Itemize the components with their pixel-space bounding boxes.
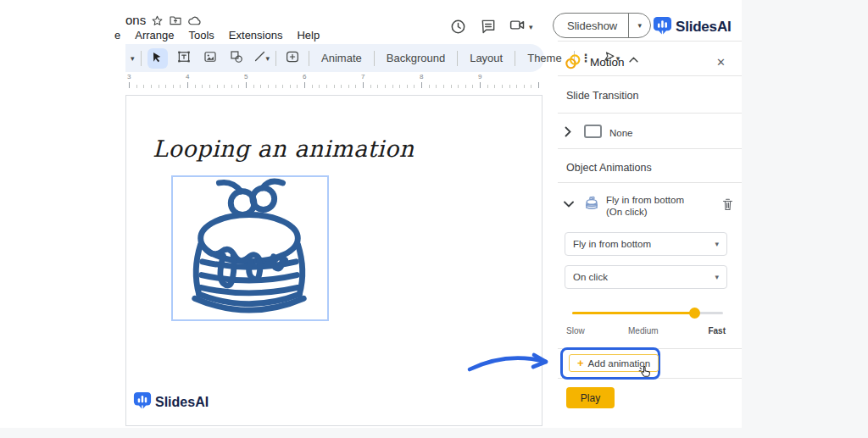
menu-item-partial[interactable]: e bbox=[113, 28, 122, 42]
panel-title: Motion bbox=[590, 56, 625, 69]
ruler-tick bbox=[377, 85, 378, 88]
chevron-right-icon[interactable] bbox=[562, 125, 574, 137]
text-box-tool-button[interactable] bbox=[174, 48, 194, 69]
ruler-tick bbox=[334, 85, 335, 88]
slideshow-button-group: Slideshow ▾ bbox=[553, 13, 651, 38]
ruler-tick bbox=[407, 85, 408, 88]
ruler-tick bbox=[260, 85, 261, 88]
animation-name[interactable]: Fly in from bottom bbox=[606, 194, 684, 206]
pancake-image-selection[interactable] bbox=[171, 175, 329, 321]
cursor-arrow-icon bbox=[151, 50, 164, 67]
ruler-number: 3 bbox=[127, 73, 131, 80]
ruler-tick bbox=[231, 85, 232, 88]
star-icon[interactable] bbox=[149, 13, 164, 28]
trigger-select[interactable]: On click ▾ bbox=[565, 265, 727, 289]
ruler-tick bbox=[136, 85, 137, 88]
slide-watermark-logo[interactable]: SlidesAI bbox=[133, 391, 209, 413]
slide-title-text[interactable]: Looping an animation bbox=[153, 136, 415, 162]
ruler: 3456789 bbox=[125, 73, 549, 90]
panel-divider bbox=[558, 41, 742, 42]
move-folder-icon[interactable] bbox=[168, 13, 183, 28]
ruler-tick bbox=[268, 85, 269, 88]
panel-divider bbox=[558, 148, 742, 149]
insert-shape-button[interactable] bbox=[226, 48, 247, 69]
effect-select[interactable]: Fly in from bottom ▾ bbox=[565, 232, 727, 256]
select-tool-button[interactable] bbox=[147, 48, 168, 69]
toolbar-divider bbox=[141, 51, 142, 66]
cloud-status-icon[interactable] bbox=[186, 13, 202, 28]
speed-label-medium: Medium bbox=[628, 326, 659, 335]
ruler-tick bbox=[472, 85, 473, 88]
ruler-tick bbox=[348, 85, 349, 88]
ruler-tick bbox=[151, 85, 152, 88]
transition-value[interactable]: None bbox=[609, 127, 633, 139]
ruler-number: 6 bbox=[303, 73, 306, 80]
ruler-tick bbox=[538, 82, 539, 88]
panel-divider bbox=[558, 75, 742, 76]
ruler-tick bbox=[202, 85, 203, 88]
meet-camera-button[interactable]: ▾ bbox=[509, 16, 533, 37]
close-panel-icon[interactable]: ✕ bbox=[716, 56, 726, 69]
ruler-tick bbox=[290, 85, 291, 88]
version-history-icon[interactable] bbox=[448, 16, 468, 36]
ruler-tick bbox=[165, 85, 166, 88]
document-title[interactable]: ons bbox=[125, 13, 146, 27]
ruler-tick bbox=[129, 82, 130, 88]
ruler-tick bbox=[480, 82, 481, 88]
menu-item-help[interactable]: Help bbox=[295, 28, 321, 42]
ruler-tick bbox=[355, 85, 356, 88]
slidesai-brand[interactable]: SlidesAI bbox=[653, 15, 731, 39]
caret-down-icon: ▾ bbox=[715, 240, 719, 248]
speed-label-fast: Fast bbox=[695, 326, 726, 335]
ruler-tick bbox=[465, 85, 466, 88]
ruler-tick bbox=[399, 85, 400, 88]
ruler-tick bbox=[363, 82, 364, 88]
ruler-tick bbox=[173, 85, 174, 88]
image-icon bbox=[203, 49, 218, 68]
ruler-tick bbox=[487, 85, 488, 88]
ruler-tick bbox=[414, 85, 415, 88]
insert-image-button[interactable] bbox=[200, 48, 220, 69]
menu-item-extensions[interactable]: Extensions bbox=[227, 28, 285, 42]
ruler-number: 5 bbox=[244, 73, 248, 80]
comments-icon[interactable] bbox=[478, 16, 498, 36]
chevron-down-icon[interactable] bbox=[563, 200, 575, 208]
play-button[interactable]: Play bbox=[566, 387, 615, 408]
text-box-icon bbox=[176, 49, 192, 68]
ruler-tick bbox=[524, 85, 525, 88]
app-window: ons e Arrange Tools Extensions Help ▾ Sl… bbox=[0, 0, 868, 438]
effect-select-value: Fly in from bottom bbox=[573, 239, 651, 249]
theme-button[interactable]: Theme bbox=[521, 52, 567, 64]
animate-button[interactable]: Animate bbox=[315, 52, 368, 64]
menu-item-tools[interactable]: Tools bbox=[186, 28, 215, 42]
toolbar: ▾ ▾ bbox=[125, 44, 544, 72]
speed-slider[interactable] bbox=[572, 312, 723, 314]
add-comment-icon bbox=[285, 49, 300, 68]
layout-button[interactable]: Layout bbox=[464, 52, 509, 64]
ruler-tick bbox=[516, 85, 517, 88]
transition-thumbnail-icon bbox=[584, 125, 602, 138]
line-icon bbox=[253, 49, 267, 67]
add-comment-button[interactable] bbox=[282, 48, 303, 69]
delete-animation-icon[interactable] bbox=[721, 197, 734, 212]
slideshow-options-button[interactable]: ▾ bbox=[628, 14, 650, 37]
ruler-tick bbox=[341, 85, 342, 88]
ruler-tick bbox=[312, 85, 313, 88]
slidesai-brand-label: SlidesAI bbox=[676, 19, 731, 36]
tool-caret-icon[interactable]: ▾ bbox=[131, 54, 135, 63]
slide-transition-heading: Slide Transition bbox=[566, 90, 638, 102]
slideshow-button[interactable]: Slideshow bbox=[554, 19, 628, 32]
ruler-tick bbox=[253, 85, 254, 88]
menu-item-arrange[interactable]: Arrange bbox=[133, 28, 175, 42]
ruler-tick bbox=[436, 85, 437, 88]
hand-cursor-icon bbox=[638, 365, 652, 379]
background-button[interactable]: Background bbox=[381, 52, 451, 64]
ruler-tick bbox=[297, 85, 298, 88]
insert-line-button[interactable]: ▾ bbox=[253, 49, 270, 67]
collapse-toolbar-button[interactable] bbox=[626, 48, 641, 69]
caret-down-icon: ▾ bbox=[529, 23, 533, 31]
slide-watermark-label: SlidesAI bbox=[155, 395, 209, 410]
ruler-tick bbox=[385, 85, 386, 88]
ruler-tick bbox=[531, 85, 531, 88]
caret-down-icon: ▾ bbox=[715, 273, 719, 281]
